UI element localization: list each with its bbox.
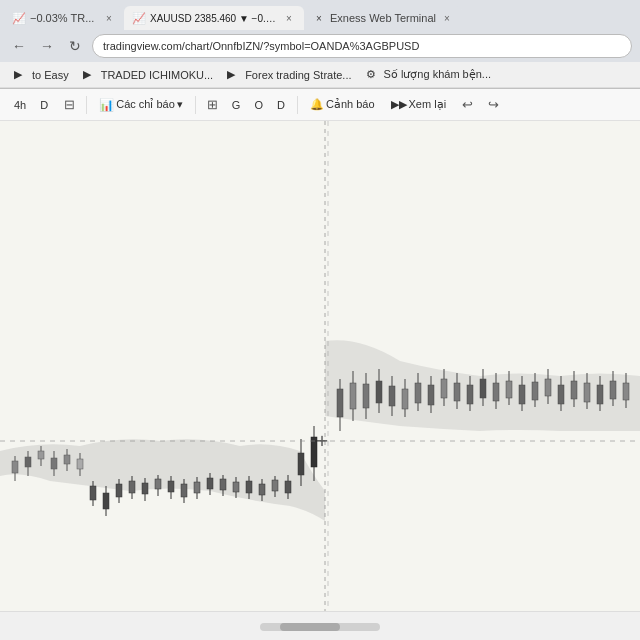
tab-2-favicon: 📈	[132, 11, 146, 25]
layout-button[interactable]: ⊞	[202, 94, 224, 116]
separator-2	[195, 96, 196, 114]
svg-rect-25	[155, 479, 161, 489]
svg-rect-95	[623, 383, 629, 400]
url-bar[interactable]: tradingview.com/chart/OnnfbIZN/?symbol=O…	[92, 34, 632, 58]
d-label: D	[277, 99, 285, 111]
o-label: O	[254, 99, 263, 111]
svg-rect-31	[194, 482, 200, 493]
timeframe-label: 4h	[14, 99, 26, 111]
chart-container[interactable]: +	[0, 121, 640, 611]
chart-bottom-scrollbar[interactable]	[0, 611, 640, 640]
svg-rect-77	[506, 381, 512, 398]
replay-button[interactable]: ▶▶ Xem lại	[385, 95, 453, 114]
layout-icon: ⊞	[207, 97, 218, 112]
forward-button[interactable]: →	[36, 35, 58, 57]
svg-rect-73	[480, 379, 486, 398]
scroll-track	[260, 623, 380, 631]
svg-rect-37	[233, 482, 239, 492]
refresh-button[interactable]: ↻	[64, 35, 86, 57]
replay-icon: ▶▶	[391, 98, 407, 111]
svg-rect-15	[90, 486, 96, 500]
svg-rect-47	[298, 453, 304, 475]
alert-button[interactable]: 🔔 Cảnh báo	[304, 95, 381, 114]
svg-rect-13	[77, 459, 83, 469]
svg-rect-71	[467, 385, 473, 404]
tab-3-favicon: ×	[312, 11, 326, 25]
scroll-thumb[interactable]	[280, 623, 340, 631]
back-button[interactable]: ←	[8, 35, 30, 57]
bookmarks-bar: ▶ to Easy ▶ TRADED ICHIMOKU... ▶ Forex t…	[0, 62, 640, 88]
bookmark-4-label: Số lượng khám bện...	[384, 68, 492, 81]
address-bar: ← → ↻ tradingview.com/chart/OnnfbIZN/?sy…	[0, 30, 640, 62]
svg-rect-81	[532, 382, 538, 400]
o-button[interactable]: O	[248, 96, 269, 114]
tab-1-favicon: 📈	[12, 11, 26, 25]
tab-1-label: −0.03% TR...	[30, 12, 94, 24]
svg-rect-21	[129, 481, 135, 493]
svg-rect-35	[220, 479, 226, 490]
svg-rect-17	[103, 493, 109, 509]
separator-3	[297, 96, 298, 114]
indicators-chevron: ▾	[177, 98, 183, 111]
g-label: G	[232, 99, 241, 111]
svg-rect-59	[389, 386, 395, 406]
tab-1[interactable]: 📈 −0.03% TR... ×	[4, 6, 124, 30]
alert-icon: 🔔	[310, 98, 324, 111]
bookmark-4[interactable]: ⚙ Số lượng khám bện...	[360, 66, 498, 84]
indicators-button[interactable]: 📊 Các chỉ báo ▾	[93, 95, 189, 115]
svg-rect-39	[246, 481, 252, 493]
svg-rect-27	[168, 481, 174, 492]
svg-rect-45	[285, 481, 291, 493]
svg-rect-89	[584, 383, 590, 402]
svg-rect-57	[376, 381, 382, 403]
chart-toolbar: 4h D ⊟ 📊 Các chỉ báo ▾ ⊞ G O D 🔔 Cảnh bá…	[0, 89, 640, 121]
svg-rect-43	[272, 480, 278, 491]
tab-3[interactable]: × Exness Web Terminal ×	[304, 6, 462, 30]
tab-2-close[interactable]: ×	[282, 11, 296, 25]
svg-rect-3	[12, 461, 18, 473]
bookmark-2-label: TRADED ICHIMOKU...	[101, 69, 213, 81]
bookmark-3-label: Forex trading Strate...	[245, 69, 351, 81]
tab-1-close[interactable]: ×	[102, 11, 116, 25]
tab-2-label: XAUUSD 2385.460 ▼ −0.03% TR...	[150, 13, 278, 24]
svg-rect-29	[181, 484, 187, 497]
bookmark-2[interactable]: ▶ TRADED ICHIMOKU...	[77, 66, 219, 84]
undo-button[interactable]: ↩	[456, 94, 478, 116]
svg-rect-67	[441, 379, 447, 398]
svg-rect-69	[454, 383, 460, 401]
redo-button[interactable]: ↪	[482, 94, 504, 116]
alert-label: Cảnh báo	[326, 98, 375, 111]
svg-rect-87	[571, 381, 577, 399]
tab-3-close[interactable]: ×	[440, 11, 454, 25]
svg-rect-91	[597, 385, 603, 404]
timeframe-group: 4h D	[8, 96, 54, 114]
svg-rect-5	[25, 457, 31, 467]
separator-1	[86, 96, 87, 114]
bookmark-1[interactable]: ▶ to Easy	[8, 66, 75, 84]
bookmark-1-icon: ▶	[14, 68, 28, 82]
svg-rect-93	[610, 381, 616, 399]
svg-rect-75	[493, 383, 499, 401]
tab-2[interactable]: 📈 XAUUSD 2385.460 ▼ −0.03% TR... ×	[124, 6, 304, 30]
svg-rect-9	[51, 458, 57, 469]
bookmark-1-label: to Easy	[32, 69, 69, 81]
svg-rect-41	[259, 484, 265, 495]
bookmark-3[interactable]: ▶ Forex trading Strate...	[221, 66, 357, 84]
g-button[interactable]: G	[226, 96, 247, 114]
replay-label: Xem lại	[409, 98, 447, 111]
svg-rect-65	[428, 385, 434, 405]
indicators-icon: 📊	[99, 98, 114, 112]
svg-rect-11	[64, 455, 70, 464]
timeframe-4h-button[interactable]: 4h	[8, 96, 32, 114]
svg-text:+: +	[316, 428, 328, 452]
bars-icon-button[interactable]: ⊟	[58, 94, 80, 116]
d-button[interactable]: D	[271, 96, 291, 114]
svg-rect-61	[402, 389, 408, 409]
bars-icon: ⊟	[64, 97, 75, 112]
svg-rect-79	[519, 385, 525, 404]
svg-rect-19	[116, 484, 122, 497]
timeframe-d-button[interactable]: D	[34, 96, 54, 114]
redo-icon: ↪	[488, 97, 499, 112]
svg-rect-53	[350, 383, 356, 409]
svg-rect-23	[142, 483, 148, 494]
